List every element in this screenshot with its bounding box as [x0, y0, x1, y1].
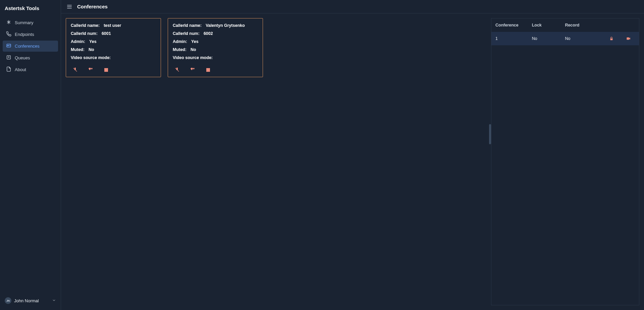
page-title: Conferences	[77, 4, 108, 9]
nav: Summary Endpoints Conferences Queues Abo…	[3, 17, 58, 295]
phone-icon	[6, 31, 11, 38]
chevron-down-icon	[52, 298, 56, 303]
cell-record: No	[565, 36, 601, 41]
svg-rect-4	[627, 38, 629, 40]
label-muted: Muted:	[71, 47, 85, 52]
app-title: Astertsk Tools	[3, 4, 58, 17]
label-callerid-name: CallerId name:	[71, 23, 100, 28]
label-callerid-num: CallerId num:	[173, 31, 200, 36]
cell-conference: 1	[495, 36, 532, 41]
label-video-source: Video source mode:	[173, 55, 213, 60]
sidebar-item-label: Endpoints	[15, 32, 34, 37]
lock-button[interactable]	[601, 36, 622, 41]
kick-button[interactable]	[103, 67, 109, 73]
conferences-panel: Conference Lock Record 1 No No	[491, 13, 644, 310]
topbar: Conferences	[61, 0, 644, 13]
user-menu[interactable]: JN John Normal	[3, 295, 58, 306]
label-callerid-name: CallerId name:	[173, 23, 202, 28]
main: Conferences CallerId name:test user Call…	[61, 0, 644, 310]
record-button[interactable]	[622, 36, 635, 41]
value-callerid-name: Valentyn Grytsenko	[206, 23, 245, 28]
label-admin: Admin:	[173, 39, 187, 44]
sidebar-item-label: About	[15, 67, 26, 72]
sidebar-item-label: Summary	[15, 20, 34, 25]
stop-icon	[206, 68, 210, 72]
value-admin: Yes	[89, 39, 97, 44]
participant-actions	[173, 63, 258, 73]
scrollbar[interactable]	[489, 124, 491, 144]
sidebar-item-label: Queues	[15, 55, 30, 60]
avatar: JN	[5, 297, 11, 304]
svg-rect-3	[610, 38, 613, 40]
users-icon	[6, 43, 11, 49]
table-header: Conference Lock Record	[491, 18, 639, 32]
label-video-source: Video source mode:	[71, 55, 111, 60]
user-name: John Normal	[14, 298, 49, 303]
queue-icon	[6, 55, 11, 61]
sidebar-item-about[interactable]: About	[3, 64, 58, 75]
video-button[interactable]	[88, 67, 94, 73]
participant-card: CallerId name:test user CallerId num:600…	[66, 18, 161, 77]
col-lock: Lock	[532, 23, 565, 28]
participants-area: CallerId name:test user CallerId num:600…	[61, 13, 491, 310]
value-muted: No	[191, 47, 196, 52]
label-muted: Muted:	[173, 47, 186, 52]
video-button[interactable]	[190, 67, 196, 73]
table-row[interactable]: 1 No No	[491, 32, 639, 45]
participant-actions	[71, 63, 156, 73]
content: CallerId name:test user CallerId num:600…	[61, 13, 644, 310]
label-callerid-num: CallerId num:	[71, 31, 98, 36]
participant-card: CallerId name:Valentyn Grytsenko CallerI…	[168, 18, 263, 77]
mute-button[interactable]	[174, 67, 180, 73]
sidebar-item-queues[interactable]: Queues	[3, 52, 58, 63]
col-conference: Conference	[495, 23, 532, 28]
sidebar-item-summary[interactable]: Summary	[3, 17, 58, 28]
stop-icon	[104, 68, 108, 72]
asterisk-icon	[6, 19, 11, 26]
label-admin: Admin:	[71, 39, 85, 44]
sidebar-item-label: Conferences	[15, 44, 40, 49]
value-callerid-name: test user	[104, 23, 121, 28]
menu-toggle-icon[interactable]	[66, 4, 72, 10]
col-record: Record	[565, 23, 601, 28]
file-icon	[6, 66, 11, 73]
conferences-table: Conference Lock Record 1 No No	[491, 18, 639, 305]
cell-lock: No	[532, 36, 565, 41]
mute-button[interactable]	[72, 67, 78, 73]
sidebar-item-conferences[interactable]: Conferences	[3, 41, 58, 52]
kick-button[interactable]	[205, 67, 211, 73]
value-callerid-num: 6001	[102, 31, 111, 36]
sidebar-item-endpoints[interactable]: Endpoints	[3, 29, 58, 40]
value-admin: Yes	[191, 39, 199, 44]
value-muted: No	[89, 47, 94, 52]
value-callerid-num: 6002	[204, 31, 213, 36]
sidebar: Astertsk Tools Summary Endpoints Confere…	[0, 0, 61, 310]
